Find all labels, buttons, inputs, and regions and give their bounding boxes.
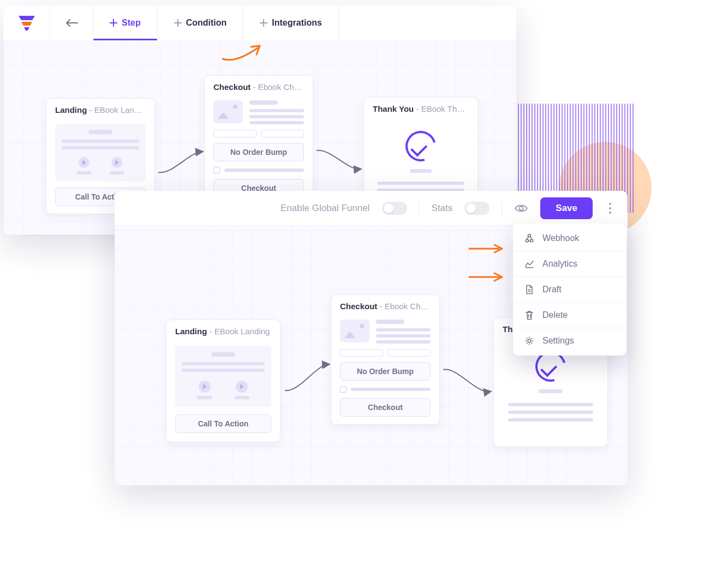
svg-point-4 <box>528 339 531 342</box>
menu-item-delete[interactable]: Delete <box>513 303 626 328</box>
builder-panel-2: Enable Global Funnel Stats Save Webhook … <box>115 191 628 485</box>
stats-toggle[interactable] <box>464 202 490 215</box>
enable-funnel-label: Enable Global Funnel <box>281 203 370 214</box>
menu-item-settings[interactable]: Settings <box>513 328 626 353</box>
step-card-checkout[interactable]: Checkout - Ebook Checkout No Order Bump … <box>331 294 440 425</box>
analytics-icon <box>524 258 535 269</box>
svg-point-0 <box>520 206 523 210</box>
connector-arrow <box>314 143 363 176</box>
more-menu-button[interactable] <box>605 203 616 214</box>
checkout-button[interactable]: Checkout <box>340 398 431 417</box>
tab-label: Condition <box>186 18 227 28</box>
check-circle-icon <box>400 125 441 167</box>
card-header: Checkout - Ebook Checkout <box>205 76 313 96</box>
back-button[interactable] <box>50 5 93 40</box>
tab-label: Integrations <box>272 18 322 28</box>
menu-item-label: Delete <box>542 310 568 320</box>
order-bump-button[interactable]: No Order Bump <box>213 143 304 161</box>
divider <box>502 201 502 215</box>
menu-item-label: Settings <box>542 336 574 346</box>
app-logo <box>3 5 50 40</box>
annotation-arrow <box>468 272 506 282</box>
connector-arrow <box>441 362 493 400</box>
cta-button[interactable]: Call To Action <box>175 414 271 433</box>
delete-icon <box>524 310 535 321</box>
step-card-landing[interactable]: Landing - EBook Landing Call To Action <box>166 320 281 442</box>
tab-step[interactable]: Step <box>93 5 158 40</box>
menu-item-webhook[interactable]: Webhook <box>513 226 626 251</box>
preview-button[interactable] <box>514 203 528 214</box>
builder-toolbar: Step Condition Integrations <box>3 5 516 40</box>
tab-label: Step <box>122 18 141 28</box>
annotation-arrow <box>219 43 268 64</box>
card-header: Landing - EBook Landing <box>166 320 280 340</box>
plus-icon <box>260 19 267 27</box>
plus-icon <box>174 19 182 27</box>
connector-arrow <box>156 147 205 180</box>
connector-arrow <box>283 360 332 398</box>
settings-icon <box>524 335 535 346</box>
stats-label: Stats <box>432 203 453 214</box>
menu-item-label: Draft <box>542 285 562 294</box>
draft-icon <box>524 284 535 295</box>
enable-funnel-toggle[interactable] <box>382 202 407 215</box>
menu-item-draft[interactable]: Draft <box>513 277 626 303</box>
save-button[interactable]: Save <box>540 197 593 219</box>
image-placeholder-icon <box>340 320 369 342</box>
card-header: Landing - EBook Landing <box>46 99 154 119</box>
tab-integrations[interactable]: Integrations <box>243 5 339 40</box>
menu-item-label: Analytics <box>542 259 577 269</box>
card-header: Thank You - EBook Thank Y… <box>364 98 478 118</box>
divider <box>419 201 420 215</box>
svg-point-1 <box>526 239 528 242</box>
webhook-icon <box>524 233 535 244</box>
svg-point-2 <box>530 239 533 242</box>
card-header: Checkout - Ebook Checkout <box>331 295 439 315</box>
builder-headbar: Enable Global Funnel Stats Save <box>115 191 628 226</box>
menu-item-analytics[interactable]: Analytics <box>513 251 626 277</box>
order-bump-button[interactable]: No Order Bump <box>340 362 431 381</box>
menu-item-label: Webhook <box>542 233 579 243</box>
annotation-arrow <box>468 243 506 254</box>
image-placeholder-icon <box>213 100 243 123</box>
step-card-checkout[interactable]: Checkout - Ebook Checkout No Order Bump <box>204 75 313 206</box>
more-menu-dropdown: Webhook Analytics Draft Delete Settings <box>513 224 626 356</box>
tab-condition[interactable]: Condition <box>158 5 244 40</box>
plus-icon <box>110 19 117 27</box>
